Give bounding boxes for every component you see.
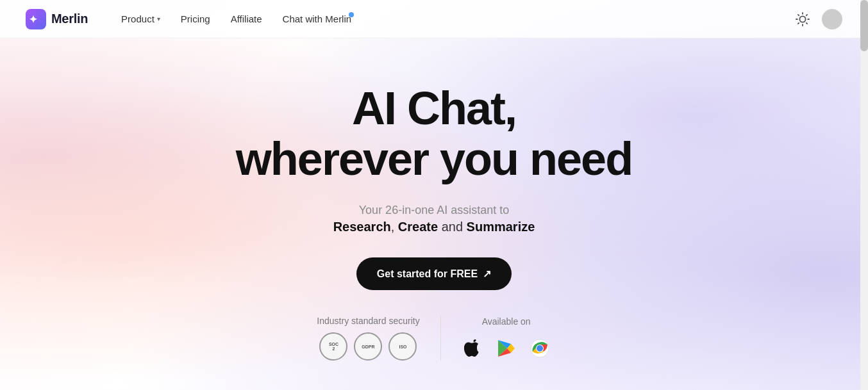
available-section: Available on (441, 316, 551, 360)
gdpr-badge: GDPR (354, 332, 382, 361)
nav-item-chat[interactable]: Chat with Merlin (275, 10, 360, 28)
hero-subtitle-line2: Research, Create and Summarize (333, 220, 535, 234)
cta-arrow-icon: ↗ (483, 268, 491, 280)
security-badges: SOC2 GDPR ISO (319, 332, 417, 361)
svg-point-2 (799, 16, 805, 22)
navbar: ✦ Merlin Product ▾ Pricing Affiliate Cha… (0, 0, 868, 38)
hero-subtitle-line1: Your 26-in-one AI assistant to (333, 204, 535, 217)
trust-section: Industry standard security SOC2 GDPR ISO… (0, 316, 868, 361)
nav-pricing-label: Pricing (181, 13, 210, 24)
hero-title-line2: wherever you need (236, 133, 632, 184)
chat-notification-dot (349, 12, 354, 17)
soc2-text: SOC2 (329, 342, 338, 352)
nav-item-affiliate[interactable]: Affiliate (223, 10, 270, 28)
apple-icon-svg (464, 339, 482, 358)
svg-line-10 (806, 14, 807, 15)
svg-line-6 (806, 22, 807, 23)
svg-text:✦: ✦ (29, 14, 38, 25)
logo-icon: ✦ (26, 9, 46, 29)
platform-icons (462, 337, 551, 360)
subtitle-sep2: and (438, 220, 466, 234)
nav-affiliate-label: Affiliate (231, 13, 262, 24)
theme-toggle-icon[interactable] (794, 10, 812, 28)
cta-button[interactable]: Get started for FREE ↗ (356, 257, 512, 290)
nav-product-label: Product (121, 13, 154, 24)
logo-text: Merlin (51, 12, 88, 26)
subtitle-create: Create (398, 220, 438, 234)
cta-label: Get started for FREE (377, 268, 478, 280)
nav-right (794, 9, 842, 29)
available-label: Available on (482, 316, 531, 327)
gdpr-text: GDPR (362, 345, 374, 349)
chevron-down-icon: ▾ (157, 15, 160, 22)
scrollbar[interactable] (860, 0, 868, 390)
nav-links: Product ▾ Pricing Affiliate Chat with Me… (113, 10, 794, 28)
svg-line-5 (798, 14, 799, 15)
svg-point-18 (537, 345, 543, 352)
chrome-platform-icon[interactable] (528, 337, 551, 360)
chrome-icon-svg (530, 338, 550, 359)
subtitle-sep1: , (391, 220, 398, 234)
nav-chat-label: Chat with Merlin (283, 13, 352, 24)
svg-line-9 (798, 22, 799, 23)
subtitle-summarize: Summarize (467, 220, 535, 234)
hero-title: AI Chat, wherever you need (236, 83, 632, 184)
security-section: Industry standard security SOC2 GDPR ISO (317, 316, 440, 361)
security-label: Industry standard security (317, 316, 419, 326)
user-avatar[interactable] (822, 9, 842, 29)
subtitle-research: Research (333, 220, 391, 234)
hero-title-line1: AI Chat, (352, 83, 516, 134)
play-icon-svg (497, 339, 516, 358)
soc2-badge: SOC2 (319, 332, 347, 361)
google-play-icon[interactable] (495, 337, 518, 360)
sun-icon-svg (796, 12, 810, 26)
logo[interactable]: ✦ Merlin (26, 9, 88, 29)
iso-text: ISO (399, 345, 406, 349)
apple-platform-icon[interactable] (462, 337, 485, 360)
hero-subtitle: Your 26-in-one AI assistant to Research,… (333, 204, 535, 234)
hero-section: AI Chat, wherever you need Your 26-in-on… (0, 38, 868, 290)
nav-item-product[interactable]: Product ▾ (113, 10, 168, 28)
nav-item-pricing[interactable]: Pricing (173, 10, 218, 28)
scrollbar-thumb[interactable] (860, 0, 868, 51)
iso-badge: ISO (388, 332, 417, 361)
